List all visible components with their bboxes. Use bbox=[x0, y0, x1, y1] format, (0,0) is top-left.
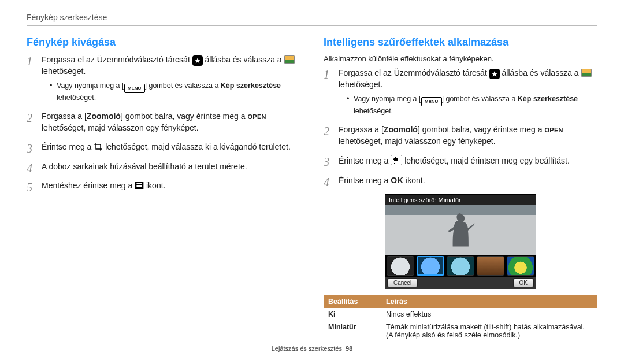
gallery-icon bbox=[284, 55, 295, 64]
crop-icon bbox=[94, 142, 103, 151]
text: állásba és válassza a bbox=[205, 55, 284, 64]
effect-frame-icon bbox=[391, 155, 402, 165]
th-desc: Leírás bbox=[381, 295, 597, 308]
text: lehetőséget, majd érintsen meg egy beáll… bbox=[404, 156, 570, 165]
text: Kép szerkesztése bbox=[221, 81, 281, 90]
text: ikont. bbox=[406, 176, 425, 185]
save-icon bbox=[135, 181, 144, 190]
thumb-5[interactable] bbox=[507, 256, 534, 276]
left-step-5: Mentéshez érintse meg a ikont. bbox=[27, 180, 300, 192]
opt-name: Ki bbox=[324, 308, 381, 321]
text: lehetőséget, majd válassza ki a kivágand… bbox=[105, 142, 291, 151]
text: Forgassa a [ bbox=[339, 125, 384, 134]
text: ikont. bbox=[146, 181, 165, 190]
svg-rect-3 bbox=[136, 185, 142, 187]
table-row: Ki Nincs effektus bbox=[324, 308, 597, 321]
text: Vagy nyomja meg a [ bbox=[57, 81, 124, 90]
preview-title: Intelligens szűrő: Miniatűr bbox=[385, 195, 536, 205]
intro: Alkalmazzon különféle effektusokat a fén… bbox=[324, 54, 597, 63]
svg-rect-2 bbox=[136, 183, 142, 184]
right-step-1: Forgassa el az Üzemmódválasztó tárcsát á… bbox=[324, 68, 597, 116]
text: ] gombot balra, vagy érintse meg a bbox=[121, 112, 247, 121]
footer: Lejátszás és szerkesztés 98 bbox=[27, 345, 597, 352]
left-step-4: A doboz sarkainak húzásával beállítható … bbox=[27, 161, 300, 173]
text: ] gombot és válassza a bbox=[442, 95, 518, 103]
divider bbox=[27, 25, 597, 26]
opt-desc: Nincs effektus bbox=[381, 308, 597, 321]
open-label: OPEN bbox=[247, 113, 266, 120]
th-setting: Beállítás bbox=[324, 295, 381, 308]
options-table: Beállítás Leírás Ki Nincs effektus Minia… bbox=[324, 295, 597, 341]
heading-crop: Fénykép kivágása bbox=[27, 36, 300, 49]
right-step-3: Érintse meg a lehetőséget, majd érintsen… bbox=[324, 155, 597, 167]
opt-desc: Témák miniatürizálása makett (tilt-shift… bbox=[381, 321, 597, 341]
text: lehetőséget. bbox=[339, 80, 382, 89]
table-row: Miniatűr Témák miniatürizálása makett (t… bbox=[324, 321, 597, 341]
text: állásba és válassza a bbox=[502, 68, 581, 77]
heading-filter: Intelligens szűrőeffektek alkalmazása bbox=[324, 36, 597, 49]
text: Forgassa a [ bbox=[42, 112, 87, 121]
thumb-2-selected[interactable] bbox=[417, 256, 444, 276]
text: lehetőséget. bbox=[354, 107, 393, 115]
page-number: 98 bbox=[346, 345, 352, 352]
left-steps: Forgassa el az Üzemmódválasztó tárcsát á… bbox=[27, 54, 300, 192]
menu-icon: MENU bbox=[421, 97, 442, 106]
text: lehetőséget. bbox=[42, 66, 86, 76]
text: Mentéshez érintse meg a bbox=[42, 181, 135, 190]
text: Érintse meg a bbox=[339, 176, 391, 185]
preview-thumbs bbox=[385, 255, 536, 277]
thumb-1[interactable] bbox=[387, 256, 414, 276]
left-step-3: Érintse meg a lehetőséget, majd válassza… bbox=[27, 142, 300, 153]
text: ] gombot balra, vagy érintse meg a bbox=[418, 125, 544, 134]
text: Vagy nyomja meg a [ bbox=[354, 95, 421, 103]
text: lehetőséget, majd válasszon egy fényképe… bbox=[42, 123, 199, 132]
text: Érintse meg a bbox=[42, 142, 94, 151]
menu-icon: MENU bbox=[124, 84, 145, 93]
left-step-1-sub: Vagy nyomja meg a [MENU] gombot és válas… bbox=[50, 81, 300, 103]
silhouette-icon bbox=[385, 210, 536, 255]
text: Kép szerkesztése bbox=[518, 95, 578, 103]
ok-icon: OK bbox=[391, 176, 403, 185]
star-icon bbox=[192, 55, 203, 66]
text: lehetőséget. bbox=[57, 94, 96, 102]
right-step-1-sub: Vagy nyomja meg a [MENU] gombot és válas… bbox=[347, 94, 597, 117]
right-steps: Forgassa el az Üzemmódválasztó tárcsát á… bbox=[324, 68, 597, 186]
text: lehetőséget, majd válasszon egy fényképe… bbox=[339, 136, 496, 146]
page-header: Fénykép szerkesztése bbox=[27, 13, 597, 22]
text: Érintse meg a bbox=[339, 156, 391, 165]
text: ] gombot és válassza a bbox=[145, 81, 221, 90]
preview-image bbox=[385, 205, 536, 255]
left-step-1: Forgassa el az Üzemmódválasztó tárcsát á… bbox=[27, 54, 300, 103]
thumb-4[interactable] bbox=[477, 256, 504, 276]
cancel-button[interactable]: Cancel bbox=[387, 278, 418, 287]
text: Zoomoló bbox=[384, 125, 418, 134]
left-column: Fénykép kivágása Forgassa el az Üzemmódv… bbox=[27, 36, 300, 341]
text: Zoomoló bbox=[87, 112, 121, 121]
opt-name: Miniatűr bbox=[324, 321, 381, 341]
text: A doboz sarkainak húzásával beállítható … bbox=[42, 162, 247, 171]
right-step-4: Érintse meg a OK ikont. bbox=[324, 175, 597, 187]
right-step-2: Forgassa a [Zoomoló] gombot balra, vagy … bbox=[324, 124, 597, 147]
ok-button[interactable]: OK bbox=[513, 278, 534, 287]
text: Forgassa el az Üzemmódválasztó tárcsát bbox=[339, 68, 489, 77]
svg-marker-4 bbox=[492, 71, 497, 77]
thumb-3[interactable] bbox=[447, 256, 474, 276]
footer-section: Lejátszás és szerkesztés bbox=[272, 345, 342, 352]
text: Forgassa el az Üzemmódválasztó tárcsát bbox=[42, 55, 192, 64]
star-icon bbox=[489, 69, 500, 79]
gallery-icon bbox=[581, 69, 592, 77]
filter-preview: Intelligens szűrő: Miniatűr Cancel OK bbox=[385, 194, 536, 289]
svg-marker-0 bbox=[195, 58, 200, 64]
left-step-2: Forgassa a [Zoomoló] gombot balra, vagy … bbox=[27, 111, 300, 133]
open-label: OPEN bbox=[544, 127, 563, 133]
right-column: Intelligens szűrőeffektek alkalmazása Al… bbox=[324, 36, 597, 341]
